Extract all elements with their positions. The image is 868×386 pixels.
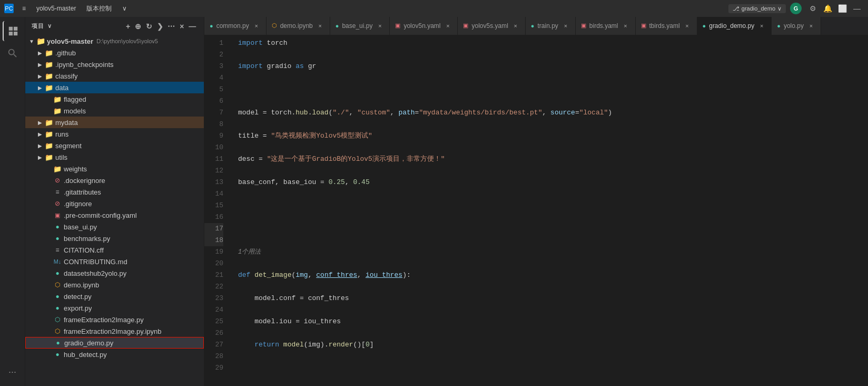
tab-yolo-py[interactable]: ● yolo.py × bbox=[772, 17, 821, 35]
tab-yolov5n-yaml-close[interactable]: × bbox=[443, 22, 452, 30]
more-icon[interactable]: ⋯ bbox=[166, 21, 176, 32]
tab-birds-yaml-icon: ▣ bbox=[581, 22, 586, 29]
code-content[interactable]: import torch import gradio as gr model =… bbox=[230, 35, 868, 386]
contributing-label: CONTRIBUTING.md bbox=[64, 258, 127, 266]
minimize-icon[interactable]: — bbox=[850, 3, 864, 14]
data-label: data bbox=[55, 84, 68, 92]
tree-item-classify[interactable]: ▶ 📁 classify bbox=[25, 70, 204, 82]
tree-item-base-ui[interactable]: ● base_ui.py bbox=[25, 221, 204, 233]
tab-demo-ipynb-close[interactable]: × bbox=[316, 22, 324, 30]
titlebar-menu[interactable]: ≡ yolov5-master 版本控制 ∨ bbox=[18, 3, 131, 14]
tree-item-gradio-demo[interactable]: ● gradio_demo.py bbox=[25, 337, 204, 349]
tab-base-ui-py-icon: ● bbox=[336, 23, 339, 29]
benchmarks-label: benchmarks.py bbox=[64, 235, 110, 243]
tree-item-utils[interactable]: ▶ 📁 utils bbox=[25, 151, 204, 163]
github-arrow: ▶ bbox=[36, 49, 44, 57]
tab-train-py-close[interactable]: × bbox=[561, 22, 570, 30]
tree-item-models[interactable]: 📁 models bbox=[25, 105, 204, 117]
refresh-icon[interactable]: ↻ bbox=[145, 21, 154, 32]
gradio-demo-label: gradio_demo.py bbox=[64, 339, 113, 347]
collapse-icon[interactable]: ❯ bbox=[156, 21, 165, 32]
tab-base-ui-py[interactable]: ● base_ui.py × bbox=[330, 17, 390, 35]
tree-root[interactable]: ▼ 📁 yolov5-master D:\python\yolov5\yolov… bbox=[25, 35, 204, 47]
tab-gradio-demo-py-label: gradio_demo.py bbox=[709, 22, 754, 30]
gradio-demo-icon: ● bbox=[53, 338, 63, 348]
tree-item-datasetshub[interactable]: ● datasetshub2yolo.py bbox=[25, 267, 204, 279]
tree-item-ipynb-checkpoints[interactable]: ▶ 📁 .ipynb_checkpoints bbox=[25, 59, 204, 70]
tree-item-github[interactable]: ▶ 📁 .github bbox=[25, 47, 204, 59]
detect-icon: ● bbox=[53, 292, 62, 301]
tree-item-data[interactable]: ▶ 📁 data bbox=[25, 82, 204, 93]
tab-birds-yaml-label: birds.yaml bbox=[589, 22, 618, 30]
vcs-menu[interactable]: 版本控制 bbox=[82, 3, 116, 14]
code-editor[interactable]: 1 2 3 4 5 6 7 8 9 10 11 12 13 14 15 16 1… bbox=[204, 35, 868, 386]
tree-item-export[interactable]: ● export.py bbox=[25, 302, 204, 314]
tree-item-demo-ipynb[interactable]: ⬡ demo.ipynb bbox=[25, 279, 204, 291]
tab-tbirds-yaml-close[interactable]: × bbox=[683, 22, 692, 30]
classify-arrow: ▶ bbox=[36, 72, 44, 80]
activity-search[interactable] bbox=[3, 43, 23, 63]
tab-gradio-demo-py[interactable]: ● gradio_demo.py × bbox=[697, 17, 772, 35]
new-file-icon[interactable]: + bbox=[125, 21, 132, 32]
tab-gradio-demo-py-close[interactable]: × bbox=[757, 22, 766, 30]
tree-item-mydata[interactable]: ▶ 📁 mydata bbox=[25, 117, 204, 128]
tree-item-citation[interactable]: ≡ CITATION.cff bbox=[25, 244, 204, 256]
tree-item-contributing[interactable]: M↓ CONTRIBUTING.md bbox=[25, 256, 204, 267]
titlebar-actions: ⚙ 🔔 ⬜ — bbox=[806, 3, 864, 14]
datasetshub-icon: ● bbox=[53, 268, 62, 278]
close-icon[interactable]: × bbox=[179, 21, 185, 32]
branch-badge[interactable]: ⎇ gradio_demo ∨ bbox=[728, 4, 786, 13]
detect-label: detect.py bbox=[64, 293, 92, 301]
branch-chevron: ∨ bbox=[777, 5, 782, 12]
tree-item-benchmarks[interactable]: ● benchmarks.py bbox=[25, 233, 204, 244]
tab-common-py-icon: ● bbox=[210, 23, 213, 29]
project-name[interactable]: yolov5-master bbox=[32, 4, 80, 13]
avatar[interactable]: G bbox=[790, 3, 802, 14]
root-path: D:\python\yolov5\yolov5 bbox=[96, 38, 158, 44]
tree-item-runs[interactable]: ▶ 📁 runs bbox=[25, 128, 204, 140]
frame-extraction-icon: ⬡ bbox=[53, 315, 62, 324]
tab-yolov5s-yaml-label: yolov5s.yaml bbox=[471, 22, 508, 30]
tab-birds-yaml-close[interactable]: × bbox=[622, 22, 630, 30]
mydata-label: mydata bbox=[55, 119, 78, 127]
classify-label: classify bbox=[55, 72, 78, 80]
tree-item-segment[interactable]: ▶ 📁 segment bbox=[25, 140, 204, 151]
tree-item-gitignore[interactable]: ⊘ .gitignore bbox=[25, 198, 204, 209]
tree-item-hub-detect[interactable]: ● hub_detect.py bbox=[25, 349, 204, 360]
tree-item-frame-extraction[interactable]: ⬡ frameExtraction2Image.py bbox=[25, 314, 204, 325]
maximize-icon[interactable]: ⬜ bbox=[835, 3, 849, 14]
activity-explorer[interactable] bbox=[3, 21, 23, 41]
demo-ipynb-label: demo.ipynb bbox=[64, 281, 99, 289]
tab-tbirds-yaml[interactable]: ▣ tbirds.yaml × bbox=[636, 17, 697, 35]
tree-item-gitattributes[interactable]: ≡ .gitattributes bbox=[25, 186, 204, 198]
tab-common-py[interactable]: ● common.py × bbox=[204, 17, 267, 35]
tree-item-flagged[interactable]: 📁 flagged bbox=[25, 93, 204, 105]
tree-item-detect[interactable]: ● detect.py bbox=[25, 291, 204, 302]
base-ui-label: base_ui.py bbox=[64, 223, 97, 231]
tab-birds-yaml[interactable]: ▣ birds.yaml × bbox=[576, 17, 636, 35]
new-folder-icon[interactable]: ⊕ bbox=[134, 21, 143, 32]
tab-yolo-py-close[interactable]: × bbox=[807, 22, 815, 30]
tab-yolov5n-yaml[interactable]: ▣ yolov5n.yaml × bbox=[390, 17, 458, 35]
github-folder-icon: 📁 bbox=[44, 48, 54, 57]
tab-train-py[interactable]: ● train.py × bbox=[526, 17, 576, 35]
activity-more[interactable]: ··· bbox=[3, 362, 23, 382]
tab-yolov5s-yaml-close[interactable]: × bbox=[511, 22, 520, 30]
minimize-sidebar-icon[interactable]: — bbox=[188, 21, 198, 32]
vcs-chevron[interactable]: ∨ bbox=[118, 4, 131, 13]
tree-item-weights[interactable]: 📁 weights bbox=[25, 163, 204, 175]
tab-base-ui-py-close[interactable]: × bbox=[376, 22, 384, 30]
settings-icon[interactable]: ⚙ bbox=[806, 3, 820, 14]
precommit-label: .pre-commit-config.yaml bbox=[64, 211, 137, 219]
runs-label: runs bbox=[55, 130, 68, 138]
menu-hamburger[interactable]: ≡ bbox=[18, 4, 30, 13]
tree-item-precommit[interactable]: ▣ .pre-commit-config.yaml bbox=[25, 209, 204, 221]
tab-yolov5s-yaml[interactable]: ▣ yolov5s.yaml × bbox=[458, 17, 525, 35]
notification-icon[interactable]: 🔔 bbox=[821, 3, 834, 14]
tree-item-frame-extraction-ipynb[interactable]: ⬡ frameExtraction2Image.py.ipynb bbox=[25, 325, 204, 337]
tab-common-py-close[interactable]: × bbox=[252, 22, 261, 30]
datasetshub-label: datasetshub2yolo.py bbox=[64, 269, 126, 277]
tab-demo-ipynb[interactable]: ⬡ demo.ipynb × bbox=[267, 17, 330, 35]
hub-detect-icon: ● bbox=[53, 350, 62, 359]
tree-item-dockerignore[interactable]: ⊘ .dockerignore bbox=[25, 175, 204, 186]
